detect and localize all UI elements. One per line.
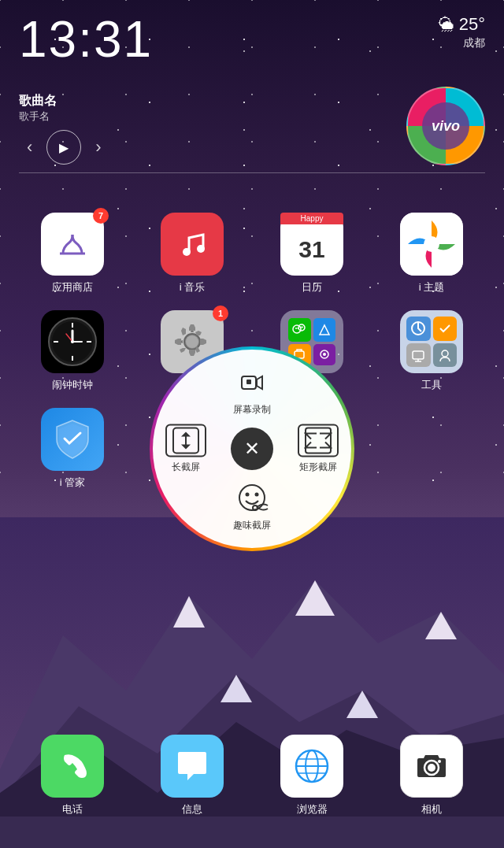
app-item-music[interactable]: i 音乐 (145, 213, 239, 294)
app-item-clock[interactable]: 闹钟时钟 (25, 310, 120, 392)
app-label-theme: i 主题 (419, 280, 445, 294)
dock-row: 电话 信息 浏览器 (13, 735, 491, 817)
rect-screenshot-icon (298, 424, 339, 457)
menu-item-long-screenshot[interactable]: 长截屏 (165, 424, 206, 474)
app-item-security[interactable]: i 管家 (25, 408, 120, 490)
app-label-phone: 电话 (62, 802, 83, 817)
svg-point-14 (424, 236, 439, 252)
app-row-1: 7 应用商店 i 音乐 Happy (13, 213, 491, 294)
svg-point-53 (253, 505, 258, 510)
city-display: 成都 (463, 36, 485, 50)
app-item-calendar[interactable]: Happy 31 日历 (265, 213, 359, 294)
weather-icon: 🌦 (439, 16, 454, 34)
svg-point-50 (239, 485, 265, 510)
music-info: 歌曲名 歌手名 (19, 93, 485, 124)
circle-menu-inner: ✕ 屏幕录制 长截屏 (153, 350, 351, 548)
artist-name: 歌手名 (19, 109, 485, 124)
clock-display: 13:31 (19, 14, 153, 65)
app-item-appstore[interactable]: 7 应用商店 (25, 213, 120, 294)
svg-rect-43 (246, 380, 251, 384)
svg-point-12 (197, 245, 205, 253)
svg-point-61 (438, 760, 441, 763)
app-label-music: i 音乐 (180, 280, 206, 294)
music-divider (19, 172, 485, 173)
temperature-display: 25° (459, 14, 485, 35)
prev-button[interactable]: ‹ (19, 134, 40, 161)
svg-point-30 (298, 328, 299, 329)
app-item-tools[interactable]: 工具 (384, 310, 479, 392)
app-icon-security (41, 408, 104, 471)
play-button[interactable]: ▶ (46, 130, 81, 165)
svg-point-24 (71, 340, 74, 343)
app-label-appstore: 应用商店 (52, 280, 93, 294)
svg-point-29 (295, 328, 297, 329)
long-screenshot-label: 长截屏 (172, 461, 200, 474)
app-label-messages: 信息 (182, 802, 202, 817)
fun-screenshot-icon (232, 483, 272, 516)
app-label-calendar: 日历 (302, 280, 322, 294)
menu-item-screen-record[interactable]: 屏幕录制 (233, 367, 271, 417)
svg-point-36 (323, 353, 326, 356)
app-icon-theme (400, 213, 463, 276)
fun-screenshot-label: 趣味截屏 (233, 519, 271, 532)
app-item-browser[interactable]: 浏览器 (265, 735, 359, 817)
app-icon-messages (161, 735, 224, 798)
app-icon-music (161, 213, 224, 276)
svg-point-41 (442, 350, 448, 357)
svg-point-28 (298, 324, 305, 331)
svg-point-51 (246, 493, 250, 497)
svg-point-27 (293, 325, 301, 333)
app-item-camera[interactable]: 相机 (384, 735, 479, 817)
app-item-messages[interactable]: 信息 (145, 735, 239, 817)
app-icon-browser (280, 735, 343, 798)
svg-rect-49 (306, 428, 331, 454)
music-controls: ‹ ▶ › (19, 130, 485, 165)
menu-item-rect-screenshot[interactable]: 矩形截屏 (298, 424, 339, 474)
svg-marker-33 (320, 325, 329, 335)
weather-widget: 🌦 25° 成都 (439, 14, 485, 50)
music-player: 歌曲名 歌手名 ‹ ▶ › (0, 93, 504, 173)
badge-settings: 1 (213, 306, 228, 321)
app-label-camera: 相机 (421, 802, 442, 817)
svg-point-32 (302, 326, 303, 328)
svg-marker-44 (257, 376, 262, 389)
app-icon-camera (400, 735, 463, 798)
app-item-phone[interactable]: 电话 (25, 735, 120, 817)
app-icon-phone (41, 735, 104, 798)
svg-rect-38 (413, 351, 424, 359)
close-menu-button[interactable]: ✕ (231, 428, 273, 470)
app-icon-tools (400, 310, 463, 373)
status-bar: 13:31 🌦 25° 成都 (0, 0, 504, 71)
app-icon-calendar: Happy 31 (280, 213, 343, 276)
app-icon-clock (41, 310, 104, 373)
dock: 电话 信息 浏览器 (0, 735, 504, 832)
menu-item-fun-screenshot[interactable]: 趣味截屏 (232, 483, 272, 532)
app-label-tools: 工具 (421, 378, 442, 392)
song-name: 歌曲名 (19, 93, 485, 109)
app-label-clock: 闹钟时钟 (52, 378, 93, 392)
app-item-theme[interactable]: i 主题 (384, 213, 479, 294)
svg-marker-47 (181, 432, 191, 437)
svg-marker-48 (181, 445, 191, 450)
long-screenshot-icon (165, 424, 206, 457)
rect-screenshot-label: 矩形截屏 (299, 461, 337, 474)
app-icon-appstore: 7 (41, 213, 104, 276)
badge-appstore: 7 (93, 208, 109, 224)
next-button[interactable]: › (87, 134, 109, 161)
svg-point-31 (300, 326, 302, 328)
screen-record-label: 屏幕录制 (233, 403, 271, 417)
svg-point-60 (428, 764, 435, 772)
app-label-browser: 浏览器 (297, 802, 328, 817)
circle-menu: ✕ 屏幕录制 长截屏 (150, 346, 354, 551)
screen-record-icon (241, 367, 263, 400)
svg-point-11 (183, 248, 191, 256)
svg-point-52 (255, 493, 259, 497)
svg-point-26 (186, 335, 198, 348)
app-label-security: i 管家 (60, 476, 86, 490)
